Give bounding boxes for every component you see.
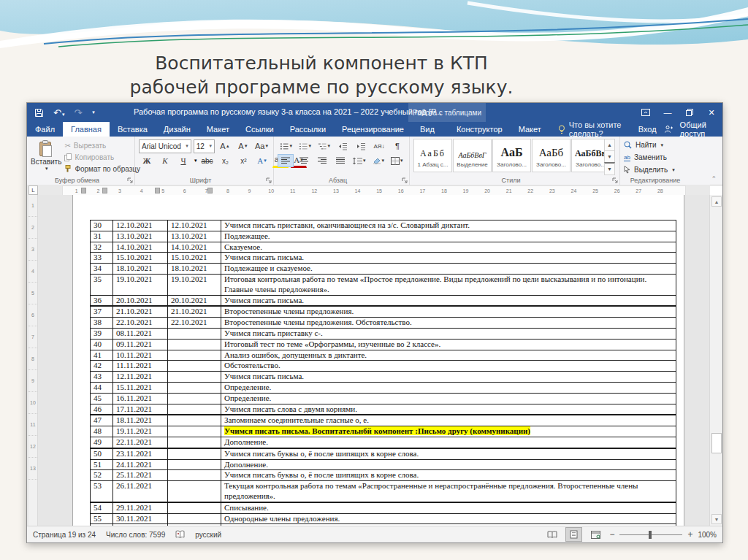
table-row[interactable]: 3315.10.202115.10.2021Учимся писать пись… [91, 253, 676, 264]
style-card[interactable]: АаБб1 Абзац с... [413, 139, 452, 172]
table-row[interactable]: 4718.11.2021Запоминаем соединительные гл… [91, 415, 676, 426]
table-row[interactable]: 4110.11.2021Анализ ошибок, допущенных в … [91, 350, 676, 361]
styles-scroll-down-icon[interactable]: ▼ [604, 150, 615, 163]
cut-button[interactable]: ✂ Вырезать [64, 140, 140, 151]
zoom-slider-thumb[interactable] [649, 531, 652, 539]
tab-ссылки[interactable]: Ссылки [237, 122, 282, 137]
table-column-marker[interactable] [207, 188, 213, 193]
scrollbar-thumb[interactable] [711, 433, 722, 453]
table-row[interactable]: 3418.10.202118.10.2021Подлежащее и сказу… [91, 264, 676, 275]
grow-font-button[interactable]: А▲ [217, 139, 233, 153]
styles-more-icon[interactable]: ▼ [604, 162, 615, 175]
proofing-icon[interactable] [175, 530, 185, 539]
strikethrough-button[interactable]: abc [199, 154, 215, 167]
format-painter-button[interactable]: Формат по образцу [64, 164, 140, 174]
font-dialog-launcher-icon[interactable] [266, 177, 272, 183]
undo-button[interactable]: ↶▾ [53, 108, 64, 118]
table-row[interactable]: 3908.11.2021Учимся писать приставку с-. [91, 328, 676, 339]
paragraph-dialog-launcher-icon[interactable] [402, 177, 408, 183]
bold-button[interactable]: Ж [139, 154, 155, 167]
print-layout-button[interactable] [565, 527, 582, 542]
vertical-scrollbar[interactable]: ▲ ▼ [709, 195, 722, 526]
table-row[interactable]: 5530.11.2021Однородные члены предложения… [91, 513, 676, 524]
table-row[interactable]: 5326.11.2021Текущая контрольная работа п… [91, 481, 676, 502]
sign-in-button[interactable]: Вход [638, 125, 657, 134]
table-row[interactable]: 3620.10.202120.10.2021Учимся писать пись… [91, 295, 676, 306]
increase-indent-button[interactable] [353, 139, 369, 153]
table-row[interactable]: 3721.10.202121.10.2021Второстепенные чле… [91, 306, 676, 317]
table-row[interactable]: 4617.11.2021Учимся писать слова с двумя … [91, 404, 676, 415]
table-row[interactable]: 5225.11.2021Учимся писать буквы о, ё пос… [91, 470, 676, 481]
table-row[interactable]: 4922.11.2021Дополнение. [91, 437, 676, 448]
font-name-combo[interactable]: Arial Unicod▾ [139, 139, 191, 153]
table-column-marker[interactable] [81, 188, 86, 193]
borders-button[interactable]: ▾ [389, 154, 405, 167]
table-row[interactable]: 4819.11.2021Учимся писать письма. Воспит… [91, 426, 676, 437]
tab-конструктор[interactable]: Конструктор [449, 122, 511, 137]
underline-button[interactable]: Ч [175, 154, 191, 167]
table-row[interactable]: 3012.10.202112.10.2021Учимся писать прис… [91, 220, 676, 231]
word-count[interactable]: Число слов: 7599 [106, 531, 165, 539]
table-row[interactable]: 4211.11.2021Обстоятельство. [91, 361, 676, 372]
share-button[interactable]: Общий доступ [680, 120, 715, 138]
italic-button[interactable]: К [157, 154, 173, 167]
scroll-down-icon[interactable]: ▼ [711, 514, 722, 524]
table-row[interactable]: 3214.10.202114.10.2021Сказуемое. [91, 242, 676, 253]
styles-dialog-launcher-icon[interactable] [612, 177, 618, 183]
tab-макет[interactable]: Макет [511, 122, 549, 137]
ribbon-display-options-icon[interactable] [635, 103, 657, 122]
change-case-button[interactable]: Aa▾ [253, 139, 270, 153]
line-spacing-button[interactable]: ▾ [351, 154, 368, 167]
clipboard-dialog-launcher-icon[interactable] [127, 177, 133, 183]
style-card[interactable]: АаБбВвГВыделение [453, 139, 492, 172]
zoom-percentage[interactable]: 100% [698, 531, 717, 539]
underline-caret-icon[interactable]: ▾ [194, 158, 197, 164]
scroll-up-icon[interactable]: ▲ [711, 196, 722, 207]
styles-scroll-up-icon[interactable]: ▲ [604, 139, 615, 151]
numbering-button[interactable]: ▾ [297, 139, 313, 153]
align-center-button[interactable] [296, 154, 312, 167]
tab-главная[interactable]: Главная [63, 122, 110, 137]
table-column-marker[interactable] [155, 188, 160, 193]
table-row[interactable]: 3822.10.202122.10.2021Второстепенные чле… [91, 318, 676, 329]
table-row[interactable]: 3519.10.202119.10.2021Итоговая контрольн… [91, 274, 676, 295]
tab-файл[interactable]: Файл [27, 122, 63, 137]
collapse-ribbon-icon[interactable]: ⌃ [711, 175, 717, 183]
find-button[interactable]: Найти▾ [624, 139, 687, 151]
style-card[interactable]: АаБбЗаголово... [532, 139, 570, 172]
bullets-button[interactable]: ▾ [278, 139, 294, 153]
restore-button[interactable] [679, 103, 701, 122]
tab-вид[interactable]: Вид [412, 122, 443, 137]
tab-рецензирование[interactable]: Рецензирование [334, 122, 412, 137]
redo-button[interactable]: ↷ [74, 108, 82, 118]
table-row[interactable]: 5124.11.2021 Дополнение. [91, 459, 676, 470]
table-row[interactable]: 4516.11.2021Определение. [91, 393, 676, 404]
sort-button[interactable]: АЯ↓ [371, 139, 387, 153]
table-row[interactable]: 4312.11.2021Учимся писать письма. [91, 372, 676, 383]
page-indicator[interactable]: Страница 19 из 24 [33, 531, 96, 539]
subscript-button[interactable]: x₂ [218, 154, 234, 167]
superscript-button[interactable]: x² [236, 154, 252, 167]
customize-qat-icon[interactable]: ▾ [92, 110, 95, 115]
tell-me-box[interactable]: Что вы хотите сделать? [558, 122, 638, 137]
tab-макет[interactable]: Макет [199, 122, 237, 137]
zoom-in-button[interactable]: + [687, 529, 692, 540]
table-row[interactable]: 4415.11.2021Определение. [91, 382, 676, 393]
decrease-indent-button[interactable] [335, 139, 351, 153]
tab-дизайн[interactable]: Дизайн [156, 122, 199, 137]
align-right-button[interactable] [314, 154, 330, 167]
show-marks-button[interactable]: ¶ [389, 139, 405, 153]
paste-button[interactable]: Вставить ▾ [31, 139, 61, 174]
language-indicator[interactable]: русский [195, 531, 221, 539]
shading-button[interactable]: ▾ [370, 154, 387, 167]
zoom-slider[interactable] [619, 534, 682, 535]
justify-button[interactable] [332, 154, 348, 167]
read-mode-button[interactable] [543, 527, 560, 542]
document-page[interactable]: 3012.10.202112.10.2021Учимся писать прис… [72, 195, 684, 526]
table-row[interactable]: 5023.11.2021Учимся писать буквы о, ё пос… [91, 448, 676, 459]
table-row[interactable]: 4009.11.2021Итоговый тест по теме «Орфог… [91, 339, 676, 350]
shrink-font-button[interactable]: А▼ [235, 139, 251, 153]
web-layout-button[interactable] [587, 527, 604, 542]
table-column-marker[interactable] [102, 188, 107, 193]
save-icon[interactable] [34, 108, 44, 118]
